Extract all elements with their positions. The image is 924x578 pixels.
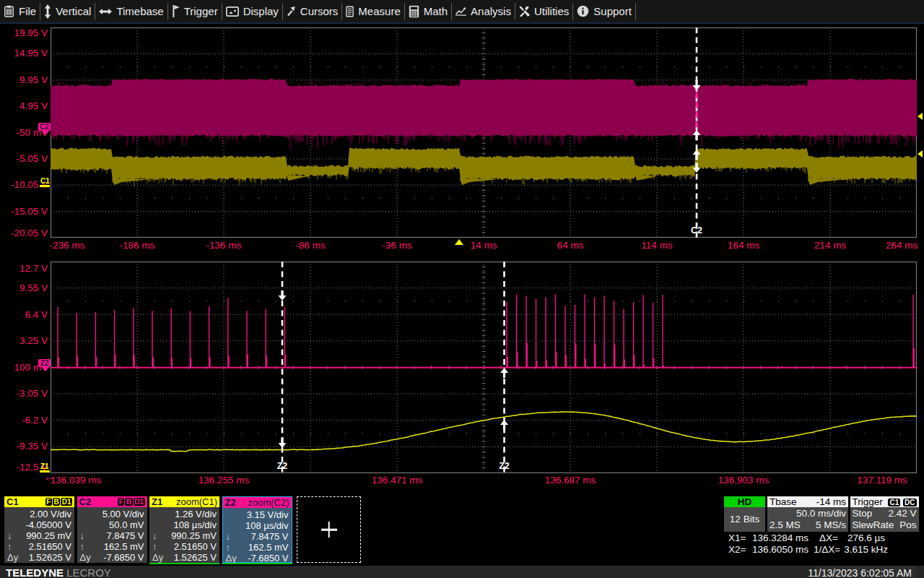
svg-text:C2: C2 <box>691 225 702 236</box>
svg-text:Z2: Z2 <box>499 461 510 471</box>
svg-text:Z2: Z2 <box>277 461 288 471</box>
